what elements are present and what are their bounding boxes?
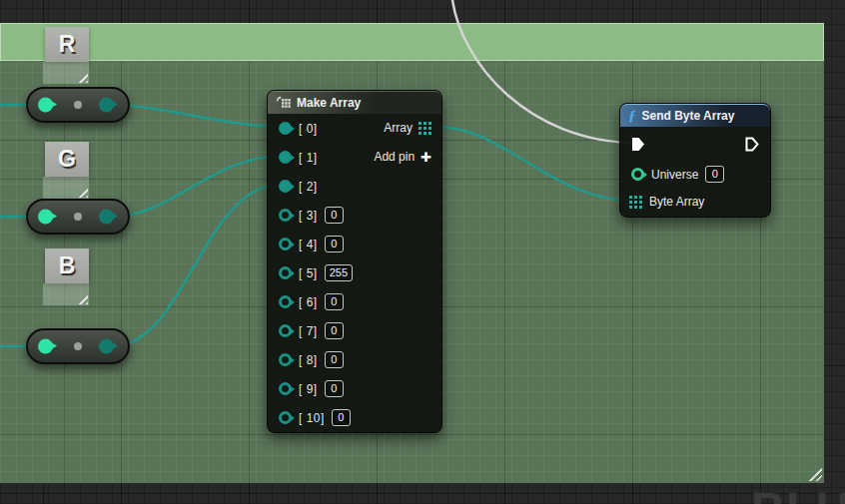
capsule-dot-icon bbox=[74, 342, 82, 350]
array-element-pin[interactable] bbox=[279, 209, 292, 222]
array-element-pin[interactable] bbox=[279, 122, 292, 135]
exec-output-pin[interactable] bbox=[745, 137, 759, 152]
array-element-pin[interactable] bbox=[279, 411, 292, 424]
array-element-pin[interactable] bbox=[279, 353, 292, 366]
comment-title-b[interactable]: B bbox=[45, 249, 89, 283]
pin-value-input[interactable]: 0 bbox=[325, 236, 344, 252]
node-header[interactable]: ƒ Send Byte Array bbox=[620, 104, 770, 127]
pin-label: [ 0] bbox=[299, 122, 318, 136]
capsule-dot-icon bbox=[74, 213, 82, 221]
universe-pin[interactable] bbox=[631, 168, 644, 181]
comment-title-g[interactable]: G bbox=[45, 142, 89, 177]
pin-value-input[interactable]: 0 bbox=[325, 207, 344, 224]
pin-label: [ 8] bbox=[299, 353, 318, 367]
pin-row: [ 8] 0 bbox=[268, 345, 441, 374]
byte-array-row: Byte Array bbox=[629, 195, 704, 209]
pin-row: [ 10] 0 bbox=[268, 403, 441, 432]
array-element-pin[interactable] bbox=[279, 295, 292, 308]
exec-input-pin[interactable] bbox=[631, 137, 645, 152]
comment-resize-handle[interactable] bbox=[75, 70, 88, 83]
node-title: Make Array bbox=[297, 96, 361, 110]
array-output[interactable]: Array bbox=[384, 121, 431, 135]
add-pin-icon: ✚ bbox=[421, 151, 431, 164]
comment-body-r bbox=[43, 62, 89, 84]
capsule-output-pin[interactable] bbox=[99, 98, 114, 113]
array-element-pin[interactable] bbox=[279, 180, 292, 193]
node-title: Send Byte Array bbox=[642, 109, 735, 123]
comment-body-b bbox=[43, 283, 89, 305]
pin-value-input[interactable]: 255 bbox=[325, 264, 353, 281]
pin-value-input[interactable]: 0 bbox=[325, 293, 344, 310]
array-element-pin[interactable] bbox=[279, 238, 292, 251]
comment-resize-handle[interactable] bbox=[75, 185, 88, 198]
pin-label: [ 6] bbox=[299, 295, 318, 309]
capsule-output-pin[interactable] bbox=[99, 339, 114, 354]
comment-title-bar[interactable] bbox=[0, 23, 824, 61]
pin-label: [ 9] bbox=[299, 382, 318, 396]
byte-array-label: Byte Array bbox=[649, 195, 704, 209]
capsule-output-pin[interactable] bbox=[99, 210, 114, 225]
pin-label: [ 10] bbox=[299, 411, 325, 425]
pin-row: [ 5] 255 bbox=[268, 258, 441, 287]
capsule-dot-icon bbox=[74, 101, 82, 109]
array-element-pin[interactable] bbox=[279, 382, 292, 395]
conversion-node-g[interactable] bbox=[26, 199, 130, 235]
conversion-node-r[interactable] bbox=[26, 87, 130, 123]
universe-value-input[interactable]: 0 bbox=[705, 166, 724, 183]
pin-row: [ 9] 0 bbox=[268, 374, 441, 403]
pin-label: [ 7] bbox=[299, 324, 318, 338]
pin-label: [ 1] bbox=[299, 151, 318, 165]
pin-row: [ 7] 0 bbox=[268, 316, 441, 345]
comment-body-g bbox=[43, 177, 89, 199]
capsule-input-pin[interactable] bbox=[38, 210, 53, 225]
array-element-pin[interactable] bbox=[279, 151, 292, 164]
add-pin-label: Add pin bbox=[374, 150, 415, 164]
array-element-pin[interactable] bbox=[279, 266, 292, 279]
pin-value-input[interactable]: 0 bbox=[332, 409, 351, 426]
pin-row: [ 3] 0 bbox=[268, 201, 441, 230]
comment-resize-handle[interactable] bbox=[75, 291, 88, 304]
pin-row: [ 6] 0 bbox=[268, 287, 441, 316]
pin-value-input[interactable]: 0 bbox=[325, 380, 344, 397]
capsule-input-pin[interactable] bbox=[38, 98, 53, 113]
pin-label: [ 2] bbox=[299, 180, 318, 194]
pin-row: [ 2] bbox=[268, 172, 441, 201]
pin-label: [ 5] bbox=[299, 266, 318, 280]
add-pin-button[interactable]: Add pin ✚ bbox=[374, 150, 431, 164]
pin-label: [ 4] bbox=[299, 238, 318, 252]
capsule-input-pin[interactable] bbox=[38, 339, 53, 354]
pin-value-input[interactable]: 0 bbox=[325, 351, 344, 368]
blueprint-graph-canvas[interactable]: { "watermark": "BLU", "comments": { "mai… bbox=[0, 0, 845, 504]
universe-row: Universe 0 bbox=[631, 166, 724, 183]
byte-array-grid-pin-icon[interactable] bbox=[629, 196, 642, 209]
pin-value-input[interactable]: 0 bbox=[325, 322, 344, 339]
array-element-pin[interactable] bbox=[279, 324, 292, 337]
universe-label: Universe bbox=[651, 168, 698, 182]
comment-title-r[interactable]: R bbox=[45, 27, 89, 62]
node-header[interactable]: Make Array bbox=[268, 91, 441, 114]
pin-label: [ 3] bbox=[299, 209, 318, 223]
function-icon: ƒ bbox=[628, 109, 636, 124]
pin-row: [ 4] 0 bbox=[268, 230, 441, 258]
node-make-array[interactable]: Make Array [ 0] [ 1] [ 2] [ 3] 0 [ 4] 0 … bbox=[267, 90, 442, 433]
blueprint-watermark: BLU bbox=[751, 485, 845, 504]
conversion-node-b[interactable] bbox=[26, 328, 130, 364]
array-grid-pin-icon[interactable] bbox=[419, 122, 431, 135]
node-send-byte-array[interactable]: ƒ Send Byte Array Universe 0 Byte Array bbox=[619, 103, 771, 218]
make-array-icon bbox=[276, 96, 291, 110]
array-output-label: Array bbox=[384, 121, 413, 135]
